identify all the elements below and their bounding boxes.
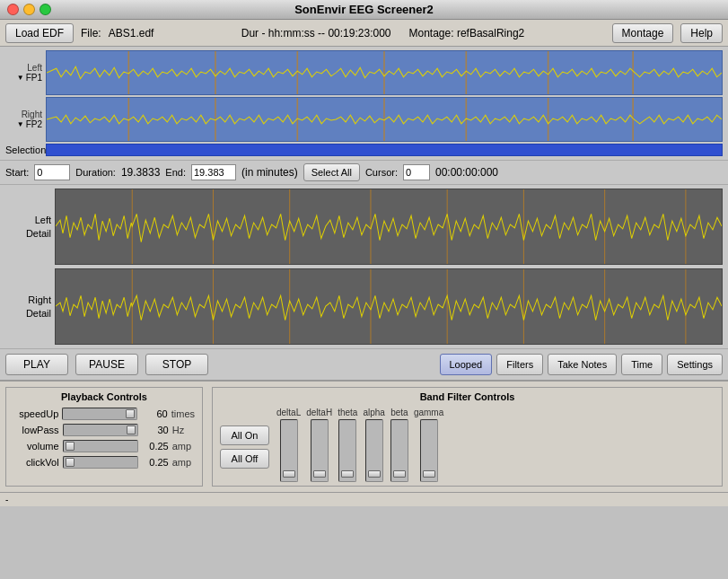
band-col-deltah: deltaH (306, 408, 332, 482)
band-thumb-beta (393, 470, 406, 478)
speedup-unit: times (171, 408, 195, 419)
eeg-svg-fp2 (47, 98, 722, 141)
time-display: 00:00:00:000 (435, 166, 498, 179)
play-buttons: PLAY PAUSE STOP (5, 354, 208, 375)
left-detail-waveform[interactable] (55, 189, 723, 265)
channel-label-fp2: Right ▼ FP2 (5, 110, 46, 129)
channel-label-fp1: Left ▼ FP1 (5, 63, 46, 83)
duration-label-tc: Duration: (75, 167, 116, 178)
eeg-waveform-fp1[interactable] (46, 50, 723, 95)
svg-rect-16 (56, 189, 722, 264)
clickvol-row: clickVol 0.25 amp (13, 456, 195, 469)
band-col-theta: theta (338, 408, 357, 482)
duration-label: Dur - hh:mm:ss -- 00:19:23:000 (241, 27, 391, 39)
band-thumb-deltah (313, 470, 326, 478)
main-area: Left ▼ FP1 (0, 47, 728, 380)
help-button[interactable]: Help (680, 23, 723, 43)
left-detail-label: LeftDetail (5, 214, 55, 240)
lowpass-slider[interactable] (63, 424, 139, 436)
volume-row: volume 0.25 amp (13, 440, 195, 452)
ch-arrow-left: ▼ (17, 74, 24, 82)
take-notes-button[interactable]: Take Notes (548, 354, 617, 375)
ch-group-left: Left (27, 63, 42, 73)
toolbar: Load EDF File: ABS1.edf Dur - hh:mm:ss -… (0, 20, 728, 47)
all-on-button[interactable]: All On (220, 425, 269, 445)
minimize-button[interactable] (23, 4, 35, 15)
units-label: (in minutes) (241, 166, 298, 179)
cursor-label: Cursor: (365, 167, 398, 178)
settings-button[interactable]: Settings (667, 354, 723, 375)
title-bar: SonEnvir EEG Screener2 (0, 0, 728, 20)
band-slider-theta[interactable] (338, 419, 356, 482)
band-slider-deltah[interactable] (311, 419, 329, 482)
time-button[interactable]: Time (621, 354, 662, 375)
speedup-row: speedUp 60 times (13, 408, 195, 420)
band-slider-gamma[interactable] (420, 419, 438, 482)
ch-arrow-right: ▼ (17, 120, 24, 128)
band-col-gamma: gamma (414, 408, 443, 482)
band-col-deltal: deltaL (276, 408, 301, 482)
playback-controls-row: PLAY PAUSE STOP Looped Filters Take Note… (0, 348, 728, 380)
cursor-input[interactable] (403, 164, 430, 180)
maximize-button[interactable] (39, 4, 51, 15)
band-sliders: deltaL deltaH theta (276, 408, 715, 482)
montage-info: Montage: refBasalRing2 (409, 27, 525, 39)
band-label-beta: beta (390, 408, 408, 417)
right-detail-waveform[interactable] (55, 268, 723, 345)
svg-rect-25 (56, 269, 722, 344)
close-button[interactable] (7, 4, 19, 15)
volume-slider[interactable] (63, 440, 139, 452)
speedup-label: speedUp (13, 408, 58, 419)
right-buttons: Looped Filters Take Notes Time Settings (440, 354, 724, 375)
start-input[interactable] (34, 164, 70, 180)
right-detail-label: RightDetail (5, 294, 55, 320)
looped-button[interactable]: Looped (440, 354, 493, 375)
eeg-waveform-fp2[interactable] (46, 97, 723, 142)
band-thumb-alpha (368, 470, 381, 478)
speedup-slider[interactable] (62, 408, 137, 420)
band-col-alpha: alpha (363, 408, 384, 482)
clickvol-slider[interactable] (63, 456, 139, 469)
band-filter-section: Band Filter Controls All On All Off delt… (212, 387, 723, 487)
left-detail-svg (56, 189, 722, 264)
file-label: File: (81, 27, 101, 39)
stop-button[interactable]: STOP (145, 354, 208, 375)
ch-name-fp1: FP1 (26, 73, 42, 83)
montage-button[interactable]: Montage (612, 23, 674, 43)
all-off-button[interactable]: All Off (220, 449, 269, 469)
band-slider-deltal[interactable] (280, 419, 298, 482)
end-input[interactable] (191, 164, 236, 180)
lowpass-label: lowPass (13, 425, 59, 435)
band-slider-beta[interactable] (390, 419, 408, 482)
eeg-overview: Left ▼ FP1 (0, 47, 728, 160)
filters-button[interactable]: Filters (496, 354, 543, 375)
band-label-theta: theta (338, 408, 357, 417)
duration-value: 19.3833 (121, 166, 160, 179)
pause-button[interactable]: PAUSE (75, 354, 138, 375)
start-label: Start: (5, 167, 29, 178)
lowpass-row: lowPass 30 Hz (13, 424, 195, 436)
speedup-thumb (126, 409, 135, 418)
detail-area: LeftDetail RightDetail (0, 185, 728, 348)
clickvol-unit: amp (172, 457, 195, 468)
clickvol-thumb (66, 458, 75, 467)
selection-bar[interactable] (46, 144, 723, 156)
eeg-svg-fp1 (47, 51, 722, 94)
select-all-button[interactable]: Select All (303, 163, 360, 181)
band-label-gamma: gamma (414, 408, 443, 417)
load-edf-button[interactable]: Load EDF (5, 23, 74, 43)
volume-unit: amp (172, 441, 195, 452)
band-thumb-gamma (423, 470, 435, 478)
window-title: SonEnvir EEG Screener2 (294, 3, 434, 16)
lowpass-thumb (127, 425, 136, 434)
end-label: End: (165, 167, 186, 178)
file-name: ABS1.edf (109, 27, 154, 39)
selection-label: Selection (5, 145, 46, 155)
window-controls[interactable] (7, 4, 51, 15)
volume-thumb (66, 442, 75, 451)
status-text: - (5, 495, 8, 504)
band-slider-alpha[interactable] (365, 419, 383, 482)
play-button[interactable]: PLAY (5, 354, 68, 375)
band-label-deltal: deltaL (276, 408, 301, 417)
band-col-beta: beta (390, 408, 408, 482)
